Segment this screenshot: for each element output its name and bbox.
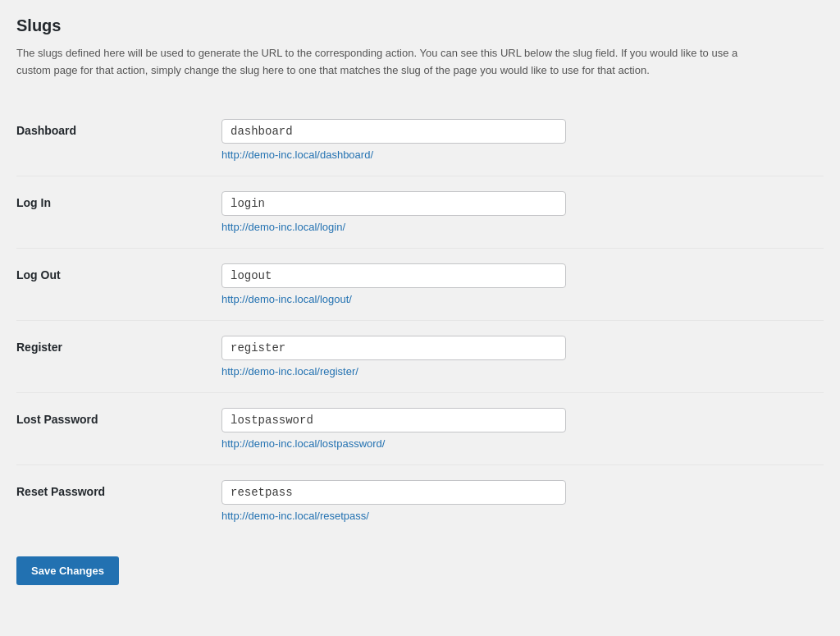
field-link-dashboard[interactable]: http://demo-inc.local/dashboard/ — [221, 149, 566, 161]
fields-container: Dashboardhttp://demo-inc.local/dashboard… — [16, 104, 824, 537]
field-link-logout[interactable]: http://demo-inc.local/logout/ — [221, 293, 566, 305]
field-row: Lost Passwordhttp://demo-inc.local/lostp… — [16, 392, 824, 464]
page-title: Slugs — [16, 16, 824, 35]
field-row: Dashboardhttp://demo-inc.local/dashboard… — [16, 104, 824, 176]
field-content-register: http://demo-inc.local/register/ — [221, 336, 566, 377]
save-changes-button[interactable]: Save Changes — [16, 556, 119, 585]
field-label-login: Log In — [16, 191, 221, 209]
field-content-lostpassword: http://demo-inc.local/lostpassword/ — [221, 408, 566, 450]
field-label-dashboard: Dashboard — [16, 119, 221, 137]
field-input-resetpass[interactable] — [221, 480, 566, 505]
field-row: Reset Passwordhttp://demo-inc.local/rese… — [16, 464, 824, 537]
field-input-lostpassword[interactable] — [221, 408, 566, 432]
field-row: Registerhttp://demo-inc.local/register/ — [16, 320, 824, 392]
field-input-dashboard[interactable] — [221, 119, 566, 144]
field-label-register: Register — [16, 336, 221, 354]
field-link-resetpass[interactable]: http://demo-inc.local/resetpass/ — [221, 510, 566, 522]
field-row: Log Inhttp://demo-inc.local/login/ — [16, 176, 824, 248]
field-content-resetpass: http://demo-inc.local/resetpass/ — [221, 480, 566, 522]
field-row: Log Outhttp://demo-inc.local/logout/ — [16, 248, 824, 320]
field-input-register[interactable] — [221, 336, 566, 360]
field-input-login[interactable] — [221, 191, 566, 216]
field-label-lostpassword: Lost Password — [16, 408, 221, 426]
page-container: Slugs The slugs defined here will be use… — [0, 0, 840, 602]
field-label-resetpass: Reset Password — [16, 480, 221, 498]
field-link-lostpassword[interactable]: http://demo-inc.local/lostpassword/ — [221, 437, 566, 450]
page-description: The slugs defined here will be used to g… — [16, 45, 755, 80]
field-content-login: http://demo-inc.local/login/ — [221, 191, 566, 233]
field-input-logout[interactable] — [221, 263, 566, 288]
field-link-login[interactable]: http://demo-inc.local/login/ — [221, 221, 566, 233]
field-content-logout: http://demo-inc.local/logout/ — [221, 263, 566, 305]
field-content-dashboard: http://demo-inc.local/dashboard/ — [221, 119, 566, 161]
field-link-register[interactable]: http://demo-inc.local/register/ — [221, 365, 566, 377]
field-label-logout: Log Out — [16, 263, 221, 281]
